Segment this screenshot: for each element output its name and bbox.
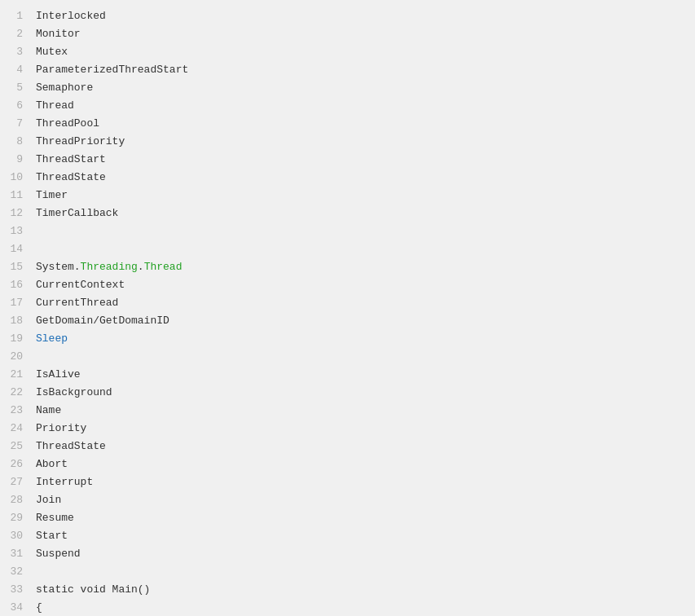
line-content: CurrentThread	[36, 297, 118, 309]
line-content: IsBackground	[36, 386, 112, 398]
code-line: 8ThreadPriority	[0, 132, 695, 150]
line-content: Join	[36, 494, 61, 506]
line-number: 25	[7, 440, 36, 452]
code-line: 18GetDomain/GetDomainID	[0, 311, 695, 329]
line-content: {	[36, 601, 42, 614]
line-number: 3	[7, 46, 36, 58]
code-line: 22IsBackground	[0, 383, 695, 401]
line-number: 6	[7, 99, 36, 112]
line-content: System.Threading.Thread	[36, 261, 182, 273]
line-content: Semaphore	[36, 81, 93, 94]
line-number: 15	[7, 261, 36, 273]
line-number: 5	[7, 81, 36, 94]
line-number: 22	[7, 386, 36, 398]
line-number: 21	[7, 368, 36, 381]
line-number: 33	[7, 583, 36, 596]
line-number: 19	[7, 332, 36, 345]
line-content: ThreadState	[36, 171, 106, 183]
line-number: 20	[7, 350, 36, 363]
line-number: 18	[7, 315, 36, 327]
code-line: 19Sleep	[0, 329, 695, 347]
line-number: 14	[7, 243, 36, 255]
code-token-green: Threading	[81, 261, 138, 273]
line-content: Abort	[36, 458, 68, 470]
code-line: 13	[0, 222, 695, 240]
line-content: Interlocked	[36, 10, 106, 22]
line-number: 32	[7, 565, 36, 578]
line-number: 4	[7, 64, 36, 76]
line-number: 16	[7, 279, 36, 291]
code-line: 14	[0, 240, 695, 257]
code-line: 4ParameterizedThreadStart	[0, 60, 695, 78]
code-line: 1Interlocked	[0, 7, 695, 24]
line-content: ThreadPool	[36, 117, 99, 130]
code-line: 7ThreadPool	[0, 114, 695, 132]
line-number: 28	[7, 494, 36, 506]
line-number: 13	[7, 225, 36, 237]
code-line: 21IsAlive	[0, 365, 695, 383]
line-content: Resume	[36, 512, 74, 524]
line-content: Monitor	[36, 28, 81, 40]
line-content: TimerCallback	[36, 207, 118, 219]
code-line: 34{	[0, 598, 695, 616]
code-line: 6Thread	[0, 96, 695, 114]
line-number: 24	[7, 422, 36, 434]
code-line: 26Abort	[0, 455, 695, 473]
line-content: Priority	[36, 422, 86, 434]
code-line: 27Interrupt	[0, 473, 695, 491]
code-line: 17CurrentThread	[0, 293, 695, 311]
line-content: Name	[36, 404, 61, 416]
line-content: Timer	[36, 189, 68, 201]
code-line: 11Timer	[0, 186, 695, 204]
code-line: 29Resume	[0, 508, 695, 526]
line-content: IsAlive	[36, 368, 81, 381]
line-content: GetDomain/GetDomainID	[36, 315, 169, 327]
line-number: 30	[7, 530, 36, 542]
line-content: Suspend	[36, 548, 81, 560]
line-number: 17	[7, 297, 36, 309]
code-line: 12TimerCallback	[0, 204, 695, 222]
line-number: 2	[7, 28, 36, 40]
code-line: 28Join	[0, 491, 695, 508]
line-number: 27	[7, 476, 36, 488]
line-content: ParameterizedThreadStart	[36, 64, 188, 76]
line-content: Mutex	[36, 46, 68, 58]
code-line: 32	[0, 562, 695, 580]
code-line: 2Monitor	[0, 24, 695, 42]
line-content: Thread	[36, 99, 74, 112]
line-number: 9	[7, 153, 36, 165]
line-content: ThreadState	[36, 440, 106, 452]
line-content: ThreadPriority	[36, 135, 125, 147]
line-number: 11	[7, 189, 36, 201]
code-line: 5Semaphore	[0, 78, 695, 96]
line-content: Sleep	[36, 332, 68, 345]
line-content: Interrupt	[36, 476, 93, 488]
code-line: 9ThreadStart	[0, 150, 695, 168]
code-line: 30Start	[0, 526, 695, 544]
line-number: 1	[7, 10, 36, 22]
code-line: 24Priority	[0, 419, 695, 437]
code-line: 16CurrentContext	[0, 275, 695, 293]
code-line: 20	[0, 347, 695, 365]
code-line: 3Mutex	[0, 42, 695, 60]
line-number: 10	[7, 171, 36, 183]
line-content: ThreadStart	[36, 153, 106, 165]
code-line: 31Suspend	[0, 544, 695, 562]
code-line: 23Name	[0, 401, 695, 419]
code-token-blue: Sleep	[36, 332, 68, 345]
line-number: 26	[7, 458, 36, 470]
code-editor: 1Interlocked2Monitor3Mutex4Parameterized…	[0, 0, 695, 616]
line-number: 23	[7, 404, 36, 416]
code-line: 15System.Threading.Thread	[0, 257, 695, 275]
line-content: Start	[36, 530, 68, 542]
line-content: CurrentContext	[36, 279, 125, 291]
line-content: static void Main()	[36, 583, 150, 596]
line-number: 29	[7, 512, 36, 524]
code-token-green: Thread	[144, 261, 183, 273]
line-number: 12	[7, 207, 36, 219]
code-line: 33static void Main()	[0, 580, 695, 598]
code-line: 25ThreadState	[0, 437, 695, 455]
line-number: 31	[7, 548, 36, 560]
line-number: 8	[7, 135, 36, 147]
code-line: 10ThreadState	[0, 168, 695, 186]
